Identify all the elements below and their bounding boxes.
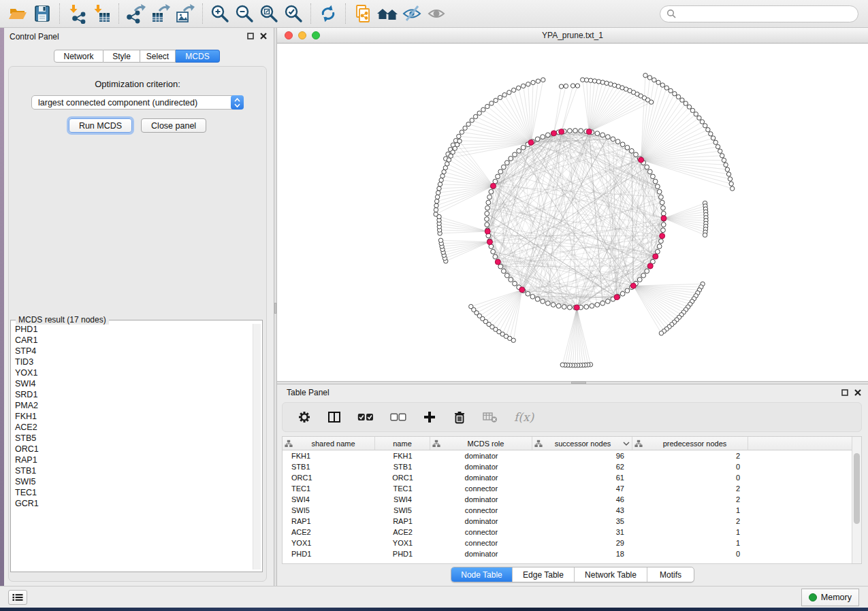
tab-motifs[interactable]: Motifs (647, 567, 694, 582)
table-cell[interactable]: TEC1 (283, 484, 375, 493)
table-cell[interactable]: 62 (532, 463, 632, 471)
deselect-all-button[interactable] (390, 412, 406, 422)
mcds-result-item[interactable]: STB1 (15, 465, 251, 476)
table-cell[interactable]: connector (430, 539, 532, 547)
table-cell[interactable]: dominator (430, 474, 532, 482)
table-cell[interactable]: ORC1 (375, 474, 430, 482)
table-cell[interactable]: 2 (632, 484, 748, 493)
import-table-button[interactable] (89, 2, 114, 25)
table-cell[interactable]: SWI5 (283, 506, 375, 514)
table-row[interactable]: SWI5SWI5connector431 (283, 505, 852, 516)
mcds-result-item[interactable]: ACE2 (15, 422, 251, 433)
houses-button[interactable] (375, 2, 400, 25)
open-session-button[interactable] (5, 2, 30, 25)
tab-network-table[interactable]: Network Table (575, 567, 647, 582)
table-cell[interactable]: 1 (632, 528, 748, 536)
table-cell[interactable]: FKH1 (375, 452, 430, 460)
table-cell[interactable]: 1 (632, 539, 748, 547)
share-document-button[interactable] (351, 2, 375, 25)
table-row[interactable]: ACE2ACE2connector311 (283, 527, 852, 538)
delete-column-button[interactable] (453, 410, 466, 424)
maximize-window-icon[interactable] (312, 31, 320, 39)
table-cell[interactable]: 0 (632, 550, 748, 558)
table-cell[interactable]: 2 (632, 452, 748, 460)
mcds-result-item[interactable]: STP4 (15, 346, 251, 357)
table-row[interactable]: RAP1RAP1dominator352 (283, 516, 852, 527)
table-cell[interactable]: STB1 (375, 463, 430, 471)
table-cell[interactable]: dominator (430, 517, 532, 525)
export-network-button[interactable] (124, 2, 148, 25)
table-settings-button[interactable] (298, 410, 311, 424)
save-session-button[interactable] (30, 2, 54, 25)
show-graphics-details-button[interactable] (424, 2, 449, 25)
table-row[interactable]: SWI4SWI4dominator462 (283, 494, 852, 505)
tab-node-table[interactable]: Node Table (451, 567, 513, 582)
mcds-result-item[interactable]: TID3 (15, 357, 251, 367)
scrollbar-thumb[interactable] (854, 453, 860, 524)
splitter-grip[interactable] (274, 303, 276, 314)
table-cell[interactable]: 2 (632, 495, 748, 503)
float-panel-icon[interactable] (247, 33, 254, 39)
table-cell[interactable]: 2 (632, 517, 748, 525)
column-header-predecessor-nodes[interactable]: predecessor nodes (632, 437, 748, 450)
tab-style[interactable]: Style (103, 50, 140, 63)
search-input[interactable] (679, 9, 852, 18)
table-cell[interactable]: 47 (532, 484, 632, 493)
table-cell[interactable]: 61 (532, 474, 632, 482)
import-network-button[interactable] (65, 2, 89, 25)
mcds-result-item[interactable]: GCR1 (15, 498, 251, 509)
table-row[interactable]: STB1STB1dominator620 (283, 461, 852, 472)
tab-network[interactable]: Network (54, 50, 103, 63)
optimization-criterion-dropdown[interactable]: largest connected component (undirected) (31, 95, 244, 110)
select-all-button[interactable] (357, 412, 374, 422)
memory-button[interactable]: Memory (801, 589, 859, 606)
table-cell[interactable]: RAP1 (375, 517, 430, 525)
export-table-button[interactable] (148, 2, 173, 25)
table-cell[interactable]: 0 (632, 474, 748, 482)
show-task-history-button[interactable] (8, 590, 27, 605)
zoom-in-button[interactable] (208, 2, 232, 25)
table-cell[interactable]: SWI4 (375, 495, 430, 503)
table-cell[interactable]: ACE2 (283, 528, 375, 536)
table-cell[interactable]: 43 (532, 506, 632, 514)
table-cell[interactable]: 1 (632, 506, 748, 514)
network-canvas[interactable] (277, 44, 868, 381)
table-cell[interactable]: STB1 (283, 463, 375, 471)
table-cell[interactable]: YOX1 (283, 539, 375, 547)
table-scrollbar[interactable] (852, 437, 861, 563)
table-cell[interactable]: connector (430, 484, 532, 493)
close-panel-button[interactable]: Close panel (141, 118, 206, 133)
table-cell[interactable]: 35 (532, 517, 632, 525)
table-cell[interactable]: dominator (430, 550, 532, 558)
table-cell[interactable]: dominator (430, 463, 532, 471)
splitter-grip[interactable] (571, 382, 586, 384)
refresh-button[interactable] (316, 2, 340, 25)
table-cell[interactable]: FKH1 (283, 452, 375, 460)
mcds-result-item[interactable]: SWI5 (15, 476, 251, 487)
tab-mcds[interactable]: MCDS (176, 50, 220, 63)
mcds-result-item[interactable]: TEC1 (15, 487, 251, 498)
table-cell[interactable]: TEC1 (375, 484, 430, 493)
run-mcds-button[interactable]: Run MCDS (69, 118, 132, 133)
table-cell[interactable]: ORC1 (283, 474, 375, 482)
table-cell[interactable]: 18 (532, 550, 632, 558)
tab-select[interactable]: Select (140, 50, 176, 63)
search-box[interactable] (660, 5, 858, 22)
close-panel-icon[interactable] (854, 389, 861, 396)
table-cell[interactable]: RAP1 (283, 517, 375, 525)
zoom-selected-button[interactable] (281, 2, 306, 25)
table-row[interactable]: YOX1YOX1connector291 (283, 538, 852, 548)
mcds-result-item[interactable]: PHD1 (15, 324, 251, 335)
table-row[interactable]: FKH1FKH1dominator962 (283, 450, 852, 461)
table-cell[interactable]: 96 (532, 452, 632, 460)
mcds-result-item[interactable]: FKH1 (15, 411, 251, 422)
table-row[interactable]: ORC1ORC1dominator610 (283, 472, 852, 483)
zoom-fit-button[interactable] (257, 2, 281, 25)
mcds-result-list[interactable]: PHD1CAR1STP4TID3YOX1SWI4SRD1PMA2FKH1ACE2… (13, 324, 251, 569)
network-graph[interactable] (277, 44, 868, 381)
table-cell[interactable]: SWI4 (283, 495, 375, 503)
table-cell[interactable]: 29 (532, 539, 632, 547)
table-cell[interactable]: dominator (430, 495, 532, 503)
mcds-result-item[interactable]: SRD1 (15, 389, 251, 400)
table-cell[interactable]: YOX1 (375, 539, 430, 547)
